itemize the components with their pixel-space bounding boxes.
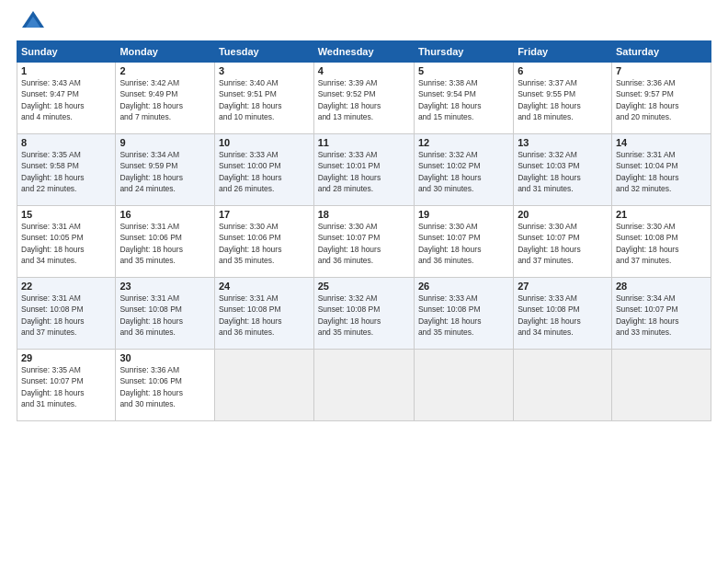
calendar-cell: 19 Sunrise: 3:30 AMSunset: 10:07 PMDayli… — [414, 206, 513, 278]
day-info: Sunrise: 3:36 AMSunset: 10:06 PMDaylight… — [119, 365, 183, 408]
day-number: 7 — [616, 65, 707, 76]
day-info: Sunrise: 3:31 AMSunset: 10:08 PMDaylight… — [119, 293, 183, 337]
day-info: Sunrise: 3:35 AMSunset: 9:58 PMDaylight:… — [21, 150, 85, 193]
day-number: 8 — [21, 137, 111, 148]
calendar-cell — [514, 350, 612, 421]
day-info: Sunrise: 3:31 AMSunset: 10:04 PMDaylight… — [616, 150, 679, 193]
day-number: 9 — [119, 137, 210, 148]
logo-icon — [20, 9, 46, 35]
day-info: Sunrise: 3:32 AMSunset: 10:02 PMDaylight… — [418, 150, 482, 193]
calendar-cell: 17 Sunrise: 3:30 AMSunset: 10:06 PMDayli… — [214, 206, 313, 278]
calendar-cell: 25 Sunrise: 3:32 AMSunset: 10:08 PMDayli… — [313, 278, 414, 350]
day-info: Sunrise: 3:32 AMSunset: 10:03 PMDaylight… — [518, 150, 581, 193]
calendar-cell — [414, 350, 513, 421]
calendar-cell — [214, 350, 313, 421]
calendar-cell: 6 Sunrise: 3:37 AMSunset: 9:55 PMDayligh… — [514, 63, 612, 134]
day-info: Sunrise: 3:31 AMSunset: 10:05 PMDaylight… — [21, 222, 85, 265]
calendar-header-row: SundayMondayTuesdayWednesdayThursdayFrid… — [17, 41, 711, 63]
calendar-cell: 23 Sunrise: 3:31 AMSunset: 10:08 PMDayli… — [116, 278, 215, 350]
calendar-cell: 3 Sunrise: 3:40 AMSunset: 9:51 PMDayligh… — [214, 63, 313, 134]
day-info: Sunrise: 3:30 AMSunset: 10:08 PMDaylight… — [616, 222, 679, 265]
calendar-cell: 18 Sunrise: 3:30 AMSunset: 10:07 PMDayli… — [313, 206, 414, 278]
day-number: 4 — [318, 65, 410, 76]
day-number: 14 — [616, 137, 707, 148]
calendar-cell: 13 Sunrise: 3:32 AMSunset: 10:03 PMDayli… — [514, 134, 612, 206]
day-number: 15 — [21, 209, 111, 220]
day-number: 23 — [119, 281, 210, 292]
calendar-header-thursday: Thursday — [414, 41, 513, 63]
calendar-week-3: 15 Sunrise: 3:31 AMSunset: 10:05 PMDayli… — [17, 206, 711, 278]
day-number: 3 — [219, 65, 310, 76]
day-info: Sunrise: 3:36 AMSunset: 9:57 PMDaylight:… — [616, 78, 679, 121]
calendar-cell: 1 Sunrise: 3:43 AMSunset: 9:47 PMDayligh… — [17, 63, 116, 134]
calendar-cell: 9 Sunrise: 3:34 AMSunset: 9:59 PMDayligh… — [116, 134, 215, 206]
day-number: 5 — [418, 65, 509, 76]
logo — [17, 9, 46, 35]
day-number: 10 — [219, 137, 310, 148]
day-number: 29 — [21, 352, 111, 363]
calendar-week-4: 22 Sunrise: 3:31 AMSunset: 10:08 PMDayli… — [17, 278, 711, 350]
day-number: 27 — [518, 281, 608, 292]
calendar-cell: 26 Sunrise: 3:33 AMSunset: 10:08 PMDayli… — [414, 278, 513, 350]
calendar-cell: 8 Sunrise: 3:35 AMSunset: 9:58 PMDayligh… — [17, 134, 116, 206]
calendar-cell: 21 Sunrise: 3:30 AMSunset: 10:08 PMDayli… — [611, 206, 711, 278]
calendar-week-5: 29 Sunrise: 3:35 AMSunset: 10:07 PMDayli… — [17, 350, 711, 421]
header — [17, 9, 711, 35]
day-info: Sunrise: 3:34 AMSunset: 10:07 PMDaylight… — [616, 293, 679, 337]
day-info: Sunrise: 3:31 AMSunset: 10:08 PMDaylight… — [219, 293, 282, 337]
calendar-cell: 22 Sunrise: 3:31 AMSunset: 10:08 PMDayli… — [17, 278, 116, 350]
calendar-cell — [611, 350, 711, 421]
day-number: 11 — [318, 137, 410, 148]
calendar-header-sunday: Sunday — [17, 41, 116, 63]
day-info: Sunrise: 3:34 AMSunset: 9:59 PMDaylight:… — [119, 150, 183, 193]
day-info: Sunrise: 3:38 AMSunset: 9:54 PMDaylight:… — [418, 78, 482, 121]
calendar-cell: 14 Sunrise: 3:31 AMSunset: 10:04 PMDayli… — [611, 134, 711, 206]
day-info: Sunrise: 3:30 AMSunset: 10:07 PMDaylight… — [318, 222, 381, 265]
calendar-header-tuesday: Tuesday — [214, 41, 313, 63]
day-info: Sunrise: 3:35 AMSunset: 10:07 PMDaylight… — [21, 365, 85, 408]
day-number: 25 — [318, 281, 410, 292]
day-info: Sunrise: 3:40 AMSunset: 9:51 PMDaylight:… — [219, 78, 282, 121]
calendar-cell: 7 Sunrise: 3:36 AMSunset: 9:57 PMDayligh… — [611, 63, 711, 134]
calendar-cell: 10 Sunrise: 3:33 AMSunset: 10:00 PMDayli… — [214, 134, 313, 206]
day-info: Sunrise: 3:37 AMSunset: 9:55 PMDaylight:… — [518, 78, 581, 121]
calendar-cell: 16 Sunrise: 3:31 AMSunset: 10:06 PMDayli… — [116, 206, 215, 278]
day-info: Sunrise: 3:32 AMSunset: 10:08 PMDaylight… — [318, 293, 381, 337]
calendar-header-monday: Monday — [116, 41, 215, 63]
day-info: Sunrise: 3:42 AMSunset: 9:49 PMDaylight:… — [119, 78, 183, 121]
day-info: Sunrise: 3:33 AMSunset: 10:01 PMDaylight… — [318, 150, 381, 193]
day-number: 20 — [518, 209, 608, 220]
day-info: Sunrise: 3:33 AMSunset: 10:08 PMDaylight… — [518, 293, 581, 337]
calendar-cell: 2 Sunrise: 3:42 AMSunset: 9:49 PMDayligh… — [116, 63, 215, 134]
calendar-header-saturday: Saturday — [611, 41, 711, 63]
calendar-cell: 12 Sunrise: 3:32 AMSunset: 10:02 PMDayli… — [414, 134, 513, 206]
day-number: 12 — [418, 137, 509, 148]
page: SundayMondayTuesdayWednesdayThursdayFrid… — [0, 0, 728, 563]
day-info: Sunrise: 3:43 AMSunset: 9:47 PMDaylight:… — [21, 78, 85, 121]
calendar-cell — [313, 350, 414, 421]
calendar-header-wednesday: Wednesday — [313, 41, 414, 63]
calendar-header-friday: Friday — [514, 41, 612, 63]
day-info: Sunrise: 3:39 AMSunset: 9:52 PMDaylight:… — [318, 78, 381, 121]
day-info: Sunrise: 3:33 AMSunset: 10:08 PMDaylight… — [418, 293, 482, 337]
calendar-cell: 29 Sunrise: 3:35 AMSunset: 10:07 PMDayli… — [17, 350, 116, 421]
day-number: 26 — [418, 281, 509, 292]
day-info: Sunrise: 3:30 AMSunset: 10:07 PMDaylight… — [418, 222, 482, 265]
calendar-cell: 11 Sunrise: 3:33 AMSunset: 10:01 PMDayli… — [313, 134, 414, 206]
day-number: 21 — [616, 209, 707, 220]
calendar-cell: 24 Sunrise: 3:31 AMSunset: 10:08 PMDayli… — [214, 278, 313, 350]
day-info: Sunrise: 3:31 AMSunset: 10:08 PMDaylight… — [21, 293, 85, 337]
day-number: 30 — [119, 352, 210, 363]
day-info: Sunrise: 3:31 AMSunset: 10:06 PMDaylight… — [119, 222, 183, 265]
day-number: 17 — [219, 209, 310, 220]
day-number: 22 — [21, 281, 111, 292]
day-number: 16 — [119, 209, 210, 220]
calendar-cell: 28 Sunrise: 3:34 AMSunset: 10:07 PMDayli… — [611, 278, 711, 350]
calendar-table: SundayMondayTuesdayWednesdayThursdayFrid… — [17, 40, 711, 421]
day-number: 1 — [21, 65, 111, 76]
day-number: 24 — [219, 281, 310, 292]
calendar-cell: 27 Sunrise: 3:33 AMSunset: 10:08 PMDayli… — [514, 278, 612, 350]
day-info: Sunrise: 3:33 AMSunset: 10:00 PMDaylight… — [219, 150, 282, 193]
day-number: 19 — [418, 209, 509, 220]
calendar-cell: 30 Sunrise: 3:36 AMSunset: 10:06 PMDayli… — [116, 350, 215, 421]
